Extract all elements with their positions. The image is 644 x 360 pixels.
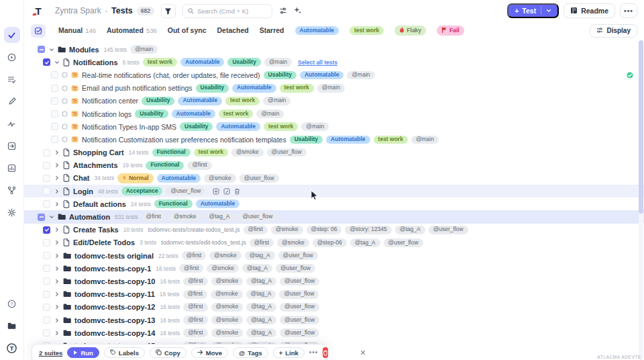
tree-row-email-and-push-notification-settings[interactable]: Email and push notification settingsUsab… <box>24 82 644 95</box>
tag-chip-automatable[interactable]: Automatable <box>178 97 221 105</box>
tag-chip-smoke[interactable]: @smoke <box>207 264 239 273</box>
add-test-icon[interactable] <box>213 185 219 197</box>
tree-row-notification-customization-user-preferences-notification-templates[interactable]: Notification Customization user preferen… <box>24 133 644 146</box>
row-checkbox[interactable] <box>51 85 58 92</box>
tag-chip-smoke[interactable]: @smoke <box>211 316 244 324</box>
tag-chip-functional[interactable]: Functional <box>146 161 184 170</box>
tag-chip-user-flow[interactable]: @user_flow <box>278 251 318 260</box>
tag-chip-first[interactable]: @first <box>250 238 274 247</box>
tag-chip-main[interactable]: @main <box>301 122 329 131</box>
tag-chip-main[interactable]: @main <box>411 136 439 144</box>
tag-chip-smoke[interactable]: @smoke <box>271 226 303 234</box>
scrollbar-thumb[interactable] <box>639 40 643 214</box>
tree-row-login[interactable]: Login48 testsAcceptance@user_flow <box>24 185 644 197</box>
row-checkbox[interactable] <box>51 123 58 130</box>
tree-row-todomvc-tests-copy-1[interactable]: todomvc-tests-copy-116 tests@first@smoke… <box>24 262 644 275</box>
row-checkbox[interactable] <box>43 239 50 246</box>
move-button[interactable]: Move <box>191 347 228 358</box>
search-box[interactable] <box>182 4 272 18</box>
tag-chip-automatable[interactable]: Automatable <box>216 122 260 131</box>
tag-chip-fail[interactable]: Fail <box>437 26 464 36</box>
help-icon[interactable]: ? <box>4 296 20 312</box>
folder-icon[interactable] <box>4 318 20 334</box>
branch-icon[interactable] <box>4 182 20 198</box>
tag-chip-test-work[interactable]: test work <box>225 97 260 105</box>
tag-chip-user-flow[interactable]: @user_flow <box>279 290 319 299</box>
more-actions-icon[interactable]: ••• <box>309 349 319 356</box>
tag-chip-usability[interactable]: Usability <box>135 109 168 118</box>
test-status-circle-icon[interactable] <box>62 72 68 78</box>
columns-settings-icon[interactable] <box>279 7 287 15</box>
runs-icon[interactable] <box>4 49 20 65</box>
scrollbar-track[interactable] <box>639 40 643 360</box>
tag-chip-automatable[interactable]: Automatable <box>157 174 201 183</box>
tag-chip-first[interactable]: @first <box>183 316 207 324</box>
tag-chip-flaky[interactable]: Flaky <box>394 26 426 36</box>
analytics-icon[interactable] <box>4 160 20 176</box>
tree-row-attachments[interactable]: Attachments19 testsFunctional@first <box>24 159 644 172</box>
chevron-right-icon[interactable] <box>54 304 60 310</box>
link-button[interactable]: + Link <box>273 347 305 358</box>
row-checkbox[interactable] <box>43 58 50 66</box>
row-checkbox[interactable] <box>43 291 50 298</box>
tag-chip-automatable[interactable]: Automatable <box>196 199 239 208</box>
trash-icon[interactable] <box>234 185 240 197</box>
pencil-icon[interactable] <box>4 93 20 109</box>
tag-chip-smoke[interactable]: @smoke <box>211 303 244 312</box>
tree-row-shopping-cart[interactable]: Shopping Cart14 testsFunctionaltest work… <box>24 146 644 159</box>
filter-out-of-sync[interactable]: Out of sync <box>168 26 207 34</box>
chevron-down-icon[interactable] <box>48 214 54 220</box>
tag-chip-usability[interactable]: Usability <box>227 58 260 66</box>
row-checkbox[interactable] <box>51 97 58 105</box>
row-checkbox[interactable] <box>38 46 45 53</box>
tag-chip-smoke[interactable]: @smoke <box>211 290 243 299</box>
tag-chip-automatable[interactable]: Automatable <box>300 71 343 80</box>
search-input[interactable] <box>197 7 267 15</box>
chevron-right-icon[interactable] <box>54 318 60 323</box>
tag-chip-usability[interactable]: Usability <box>264 71 297 80</box>
filter-detached[interactable]: Detached <box>217 26 249 34</box>
more-options-button[interactable]: ••• <box>620 3 637 18</box>
tag-chip-first[interactable]: @first <box>179 264 203 273</box>
tag-chip-test-work[interactable]: test work <box>280 84 314 93</box>
tag-chip-usability[interactable]: Usability <box>196 84 229 93</box>
tag-chip-automatable[interactable]: Automatable <box>232 84 276 93</box>
tag-chip-smoke[interactable]: @smoke <box>204 174 236 183</box>
tree-row-notification-logs[interactable]: Notification logsUsabilityAutomatabletes… <box>24 107 644 120</box>
tags-button[interactable]: @ Tags <box>233 347 268 358</box>
tag-chip-tag-a[interactable]: @tag_A <box>242 264 272 273</box>
tree-row-edit-delete-todos[interactable]: Edit/Delete Todos3 teststodomvc-tests/ed… <box>24 236 644 249</box>
tag-chip-step-06[interactable]: @step: 06 <box>307 226 342 234</box>
chevron-down-icon[interactable] <box>546 7 551 15</box>
delete-button[interactable] <box>323 347 328 358</box>
tag-chip-main[interactable]: @main <box>317 84 345 93</box>
chevron-right-icon[interactable] <box>54 227 60 232</box>
select-all-tests-link[interactable]: Select all tests <box>298 59 337 66</box>
tree-row-todomvc-tests-copy-14[interactable]: todomvc-tests-copy-1416 tests@first@smok… <box>24 326 644 339</box>
row-checkbox[interactable] <box>51 136 58 143</box>
tag-chip-first[interactable]: @first <box>244 226 268 234</box>
row-checkbox[interactable] <box>43 200 50 208</box>
tag-chip-automatable[interactable]: Automatable <box>172 109 215 118</box>
row-checkbox[interactable] <box>43 329 50 336</box>
row-checkbox[interactable] <box>38 214 45 221</box>
tag-chip-first[interactable]: @first <box>183 303 207 312</box>
copy-button[interactable]: Copy <box>150 347 186 358</box>
tag-chip-user-flow[interactable]: @user_flow <box>166 187 205 195</box>
tree-row-create-tasks[interactable]: Create Tasks10 teststodomvc-tests/create… <box>24 224 644 236</box>
gear-icon[interactable] <box>4 204 20 220</box>
tree-row-todomvc-tests-copy-13[interactable]: todomvc-tests-copy-1316 tests@first@smok… <box>24 314 644 326</box>
tag-chip-automatable[interactable]: Automatable <box>295 26 339 35</box>
row-checkbox[interactable] <box>51 110 58 118</box>
plans-icon[interactable] <box>4 71 20 87</box>
tag-chip-functional[interactable]: Functional <box>154 199 193 208</box>
tag-chip-automatable[interactable]: Automatable <box>180 58 224 66</box>
tag-chip-first[interactable]: @first <box>187 161 211 170</box>
test-status-circle-icon[interactable] <box>62 85 68 91</box>
tree-row-real-time-notifications-chat-order-updates-file-received[interactable]: Real-time notifications (chat, order upd… <box>24 69 644 81</box>
tree-row-todomvc-tests-copy-10[interactable]: todomvc-tests-copy-1016 tests@first@smok… <box>24 275 644 287</box>
tag-chip-tag-a[interactable]: @tag_A <box>245 251 275 260</box>
filter-funnel-button[interactable] <box>161 4 176 18</box>
tag-chip-usability[interactable]: Usability <box>290 136 323 144</box>
tag-chip-story-12345[interactable]: @story: 12345 <box>345 226 391 234</box>
